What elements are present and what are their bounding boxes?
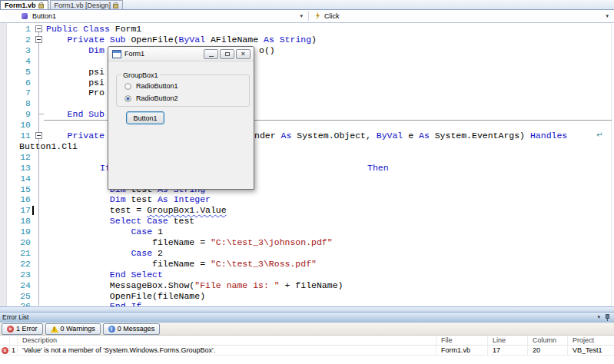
window-position-menu-icon[interactable]: ▾ — [597, 314, 600, 320]
code-line-22[interactable]: 22 fileName = "C:\test_3\Ross.pdf" — [0, 259, 614, 270]
form-window-icon — [112, 50, 121, 58]
code-segment — [46, 109, 68, 119]
code-segment — [46, 45, 88, 55]
dialog-title-bar[interactable]: Form1 × — [108, 47, 254, 61]
close-icon: × — [241, 51, 245, 58]
row-project: VB_Test1 — [568, 346, 614, 356]
code-segment — [46, 248, 131, 258]
radiobutton2[interactable]: RadioButton2 — [124, 94, 178, 102]
radio-unselected-icon[interactable] — [124, 83, 131, 90]
header-line[interactable]: Line — [488, 336, 528, 346]
code-line-10[interactable]: 10 — [0, 120, 614, 131]
code-line-8[interactable]: 8 — [0, 98, 614, 109]
code-segment: As Integer — [158, 194, 211, 204]
code-line-24[interactable]: 24 MessageBox.Show("File name is: " + fi… — [0, 280, 614, 291]
line-number: 17 — [9, 205, 31, 216]
row-icon-cell — [0, 346, 10, 356]
code-segment: End If — [110, 301, 141, 306]
event-dropdown[interactable]: Click ▾ — [309, 10, 614, 22]
code-line-23[interactable]: 23 End Select — [0, 270, 614, 280]
tab-label: Form1.vb — [5, 2, 36, 9]
error-icon — [7, 326, 14, 333]
code-line-19[interactable]: 19 Case 1 — [0, 227, 614, 237]
code-line-5[interactable]: 5 psi — [0, 67, 614, 78]
chevron-down-icon[interactable]: ▾ — [300, 13, 303, 19]
messages-toggle-button[interactable]: 0 Messages — [103, 323, 161, 335]
code-line-16[interactable]: 16 Dim test As Integer — [0, 194, 614, 205]
code-line-15[interactable]: 15 Dim test As String — [0, 184, 614, 195]
code-line-2[interactable]: 2 Private Sub OpenFile(ByVal AFileName A… — [0, 35, 614, 45]
messages-toggle-label: 0 Messages — [118, 325, 155, 333]
code-line-3[interactable]: 3 Dimo() — [0, 45, 614, 56]
warnings-toggle-button[interactable]: 0 Warnings — [45, 323, 101, 335]
code-segment: + fileName) — [280, 280, 344, 290]
code-segment: ) — [311, 35, 317, 45]
code-line-1[interactable]: 1Public Class Form1 — [0, 24, 614, 35]
radiobutton1-label: RadioButton1 — [136, 82, 178, 90]
code-line-18[interactable]: 18 Select Case test — [0, 216, 614, 227]
header-column[interactable]: Column — [528, 336, 568, 346]
code-segment: "File name is: " — [194, 280, 279, 290]
object-dropdown[interactable]: Button1 ▾ — [0, 10, 308, 22]
code-segment: As String — [264, 35, 311, 45]
code-segment: test — [168, 216, 195, 226]
error-list-toolbar: 1 Error 0 Warnings 0 Messages — [0, 323, 614, 336]
line-number: 8 — [9, 98, 31, 109]
radio-selected-icon[interactable] — [124, 95, 131, 102]
code-line-4[interactable]: 4 — [0, 56, 614, 67]
header-project[interactable]: Project — [568, 336, 614, 346]
header-description[interactable]: Description — [18, 336, 436, 346]
maximize-button[interactable] — [220, 49, 234, 59]
radiobutton1[interactable]: RadioButton1 — [124, 82, 178, 90]
line-number: 12 — [9, 152, 31, 163]
auto-hide-pin-icon[interactable] — [604, 314, 609, 321]
code-line-20[interactable]: 20 fileName = "C:\test_3\johnson.pdf" — [0, 237, 614, 248]
panel-splitter[interactable] — [0, 306, 614, 313]
code-segment: "C:\test_3\Ross.pdf" — [211, 259, 317, 269]
tab-form1-vb[interactable]: Form1.vb — [0, 0, 48, 9]
code-line-13[interactable]: 13IfThen — [0, 163, 614, 174]
error-list-title-bar[interactable]: Error List ▾ — [0, 313, 614, 323]
code-segment — [46, 270, 110, 280]
minimize-button[interactable] — [204, 49, 218, 59]
code-segment: Private — [68, 131, 105, 141]
form1-dialog[interactable]: Form1 × GroupBox1 RadioButton1 RadioButt… — [108, 46, 254, 190]
code-line-17[interactable]: 17 test = GroupBox1.Value — [0, 205, 614, 216]
code-line-11[interactable]: 11 Privatender As System.Object, ByVal e… — [0, 131, 614, 141]
code-editor[interactable]: 1Public Class Form12 Private Sub OpenFil… — [0, 23, 614, 306]
code-line-25[interactable]: 25 OpenFile(fileName) — [0, 291, 614, 302]
header-file[interactable]: File — [436, 336, 488, 346]
code-line-9[interactable]: 9 End Sub — [0, 109, 614, 120]
code-line-12[interactable]: 12 — [0, 152, 614, 163]
code-line-6[interactable]: 6 psi — [0, 78, 614, 88]
error-list-panel: Error List ▾ 1 Error 0 Warnings 0 Messag… — [0, 313, 614, 364]
code-line-7[interactable]: 7 Pro — [0, 88, 614, 98]
line-number: 7 — [9, 88, 31, 98]
code-line-21[interactable]: 21 Case 2 — [0, 248, 614, 259]
row-line: 17 — [488, 346, 528, 356]
word-wrap-return-icon: ↵ — [596, 131, 602, 139]
fold-collapse-icon[interactable] — [35, 36, 42, 43]
code-line-14[interactable]: 14 — [0, 174, 614, 184]
error-row[interactable]: 1 'Value' is not a member of 'System.Win… — [0, 346, 614, 356]
tab-form1-vb-design[interactable]: Form1.vb [Design] — [50, 0, 124, 9]
chevron-down-icon[interactable]: ▾ — [606, 13, 609, 19]
close-button[interactable]: × — [236, 49, 251, 59]
code-line-26[interactable]: 26 End If — [0, 301, 614, 306]
fold-collapse-icon[interactable] — [35, 132, 42, 139]
errors-toggle-button[interactable]: 1 Error — [2, 323, 43, 335]
line-number: 23 — [9, 270, 31, 280]
code-line-wrap[interactable]: Button1.Cli — [0, 141, 614, 152]
fold-collapse-icon[interactable] — [35, 25, 42, 32]
line-number: 25 — [9, 291, 31, 302]
header-num-column — [10, 336, 18, 346]
code-segment — [46, 131, 68, 141]
line-number: 26 — [9, 301, 31, 306]
button1[interactable]: Button1 — [126, 111, 164, 124]
panel-title-icons: ▾ — [597, 313, 609, 322]
info-icon — [108, 326, 115, 333]
code-segment: psi — [46, 78, 105, 88]
code-segment: Then — [367, 163, 389, 173]
code-segment: System.EventArgs) — [430, 131, 530, 141]
code-segment: MessageBox.Show( — [46, 280, 194, 290]
